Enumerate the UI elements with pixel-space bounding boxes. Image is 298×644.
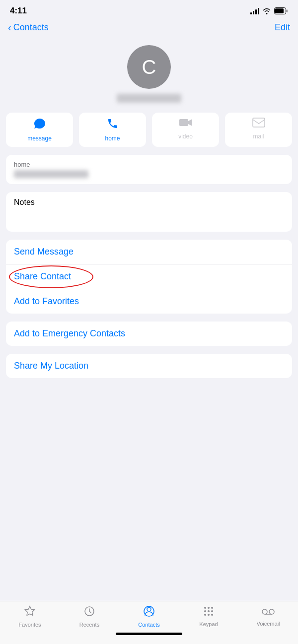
back-label: Contacts	[13, 22, 49, 33]
star-icon	[24, 605, 36, 620]
svg-point-15	[208, 614, 210, 616]
svg-rect-1	[275, 8, 284, 13]
svg-point-8	[204, 607, 206, 609]
svg-point-6	[147, 607, 151, 611]
send-message-button[interactable]: Send Message	[6, 240, 292, 264]
phone-value	[14, 170, 88, 178]
svg-rect-2	[286, 9, 288, 12]
battery-icon	[274, 7, 288, 14]
tab-recents[interactable]: Recents	[74, 605, 104, 628]
video-icon	[179, 118, 193, 130]
phone-label: home	[14, 161, 284, 168]
emergency-contacts-card: Add to Emergency Contacts	[6, 322, 292, 346]
add-favorites-button[interactable]: Add to Favorites	[6, 289, 292, 314]
svg-point-14	[204, 614, 206, 616]
tab-voicemail[interactable]: Voicemail	[253, 606, 283, 627]
phone-row: home	[6, 155, 292, 184]
edit-button[interactable]: Edit	[275, 22, 290, 33]
share-contact-button[interactable]: Share Contact	[6, 264, 292, 289]
svg-point-9	[208, 607, 210, 609]
video-button[interactable]: video	[152, 113, 219, 147]
tab-voicemail-label: Voicemail	[256, 621, 280, 627]
clock-icon	[83, 605, 95, 620]
avatar: C	[127, 45, 171, 89]
home-button-label: home	[105, 135, 120, 142]
signal-icon	[250, 7, 259, 14]
phone-icon	[107, 118, 119, 132]
person-icon	[143, 605, 155, 620]
mail-button[interactable]: mail	[225, 113, 292, 147]
svg-point-17	[262, 609, 267, 614]
wifi-icon	[262, 7, 271, 14]
notes-card: Notes	[6, 192, 292, 232]
tab-favorites-label: Favorites	[18, 622, 41, 628]
svg-rect-3	[179, 119, 188, 126]
message-button[interactable]: message	[6, 113, 73, 147]
message-icon	[33, 118, 46, 132]
home-call-button[interactable]: home	[79, 113, 146, 147]
status-time: 4:11	[10, 6, 27, 16]
avatar-initial: C	[142, 56, 156, 78]
voicemail-icon	[262, 606, 275, 619]
tab-recents-label: Recents	[79, 622, 99, 628]
svg-point-18	[269, 609, 274, 614]
contact-phone-card: home	[6, 155, 292, 184]
svg-point-12	[208, 610, 210, 612]
svg-rect-4	[253, 118, 265, 127]
home-indicator	[116, 633, 182, 635]
action-list-card: Send Message Share Contact Add to Favori…	[6, 240, 292, 314]
svg-point-13	[211, 610, 213, 612]
nav-bar: ‹ Contacts Edit	[0, 20, 298, 37]
contact-name	[117, 94, 181, 103]
tab-bar: Favorites Recents Contacts	[0, 601, 298, 644]
avatar-section: C	[0, 37, 298, 113]
status-bar: 4:11	[0, 0, 298, 20]
svg-point-11	[204, 610, 206, 612]
message-button-label: message	[27, 135, 52, 142]
mail-icon	[252, 118, 265, 130]
svg-point-10	[211, 607, 213, 609]
back-button[interactable]: ‹ Contacts	[8, 22, 49, 33]
video-button-label: video	[178, 133, 193, 140]
main-content: C message home	[0, 37, 298, 446]
action-buttons-row: message home video	[0, 113, 298, 155]
add-emergency-button[interactable]: Add to Emergency Contacts	[6, 322, 292, 346]
tab-contacts[interactable]: Contacts	[134, 605, 164, 628]
status-icons	[250, 7, 288, 14]
tab-favorites[interactable]: Favorites	[15, 605, 45, 628]
keypad-icon	[203, 606, 214, 620]
tab-keypad-label: Keypad	[199, 621, 218, 627]
chevron-left-icon: ‹	[8, 22, 11, 33]
notes-label: Notes	[14, 198, 284, 207]
mail-button-label: mail	[253, 133, 264, 140]
svg-point-16	[211, 614, 213, 616]
share-location-button[interactable]: Share My Location	[6, 354, 292, 378]
tab-contacts-label: Contacts	[138, 622, 159, 628]
share-location-card: Share My Location	[6, 354, 292, 378]
tab-keypad[interactable]: Keypad	[194, 606, 224, 627]
